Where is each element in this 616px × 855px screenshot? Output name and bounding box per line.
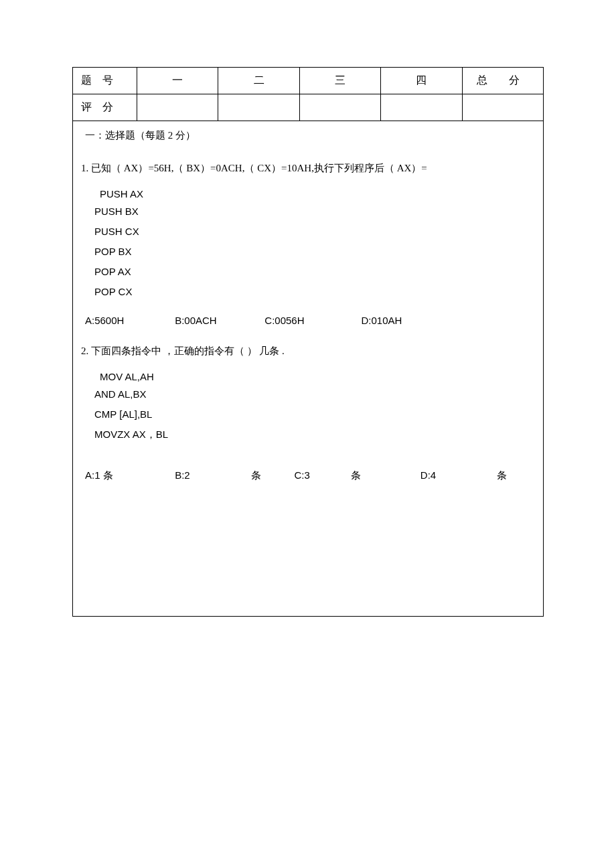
q1-option-a: A:5600H <box>85 315 172 326</box>
q2-intro: 2. 下面四条指令中 ，正确的指令有（ ） 几条 . <box>81 345 535 358</box>
col-3: 三 <box>299 68 380 94</box>
q1-code-block: PUSH AX PUSH BX PUSH CX POP BX POP AX PO… <box>81 188 535 300</box>
score-table: 题 号 一 二 三 四 总 分 评 分 <box>72 67 544 121</box>
content-area: 一：选择题（每题 2 分） 1. 已知（ AX）=56H,（ BX）=0ACH,… <box>72 121 544 617</box>
q2-code-line: MOVZX AX，BL <box>94 426 535 443</box>
q1-option-b: B:00ACH <box>175 315 262 326</box>
score-total <box>462 94 543 121</box>
q1-option-c: C:0056H <box>264 315 358 326</box>
score-3 <box>299 94 380 121</box>
q2-option-b-suffix: 条 <box>251 470 261 481</box>
q2-code-line: AND AL,BX <box>94 386 535 402</box>
q1-option-d: D:010AH <box>362 315 402 326</box>
q1-code-line: PUSH CX <box>94 224 535 240</box>
q2-option-c-suffix: 条 <box>351 470 361 481</box>
score-1 <box>137 94 218 121</box>
q1-intro: 1. 已知（ AX）=56H,（ BX）=0ACH,（ CX）=10AH,执行下… <box>81 162 535 175</box>
q2-option-b: B:2 <box>175 469 190 481</box>
score-label-cell: 评 分 <box>73 94 137 121</box>
q1-intro-text: 1. 已知（ AX）=56H,（ BX）=0ACH,（ CX）=10AH,执行下… <box>81 163 427 173</box>
q2-option-c: C:3 <box>295 469 310 481</box>
q2-option-d: D:4 <box>420 469 436 481</box>
header-label-cell: 题 号 <box>73 68 137 94</box>
q1-code-line: POP AX <box>94 264 535 280</box>
col-total: 总 分 <box>462 68 543 94</box>
q1-code-line: PUSH AX <box>100 188 535 200</box>
q2-code-block: MOV AL,AH AND AL,BX CMP [AL],BL MOVZX AX… <box>81 371 535 443</box>
col-2: 二 <box>218 68 299 94</box>
q1-code-line: POP CX <box>94 284 535 300</box>
col-1: 一 <box>137 68 218 94</box>
section-1-title: 一：选择题（每题 2 分） <box>85 129 535 142</box>
q2-code-line: CMP [AL],BL <box>94 406 535 422</box>
score-4 <box>381 94 462 121</box>
q2-options: A:1 条 B:2 条 C:3 条 D:4 条 <box>85 469 535 482</box>
q1-options: A:5600H B:00ACH C:0056H D:010AH <box>85 315 535 326</box>
q2-option-a: A:1 条 <box>85 469 113 481</box>
q1-code-line: POP BX <box>94 244 535 260</box>
q1-code-line: PUSH BX <box>94 204 535 220</box>
q2-option-d-suffix: 条 <box>497 470 507 481</box>
col-4: 四 <box>381 68 462 94</box>
q2-code-line: MOV AL,AH <box>100 371 535 382</box>
score-2 <box>218 94 299 121</box>
